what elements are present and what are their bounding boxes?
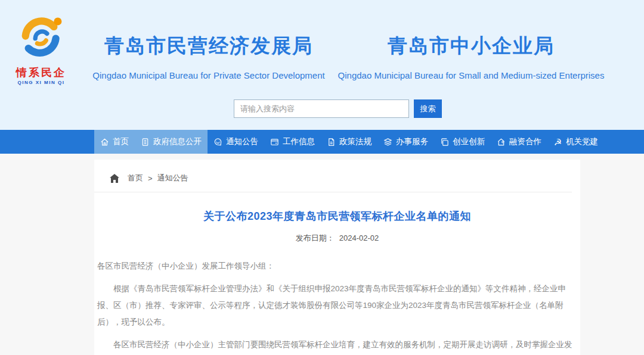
nav-item-label: 机关党建 — [566, 136, 598, 147]
nav-item-gov-info[interactable]: 政府信息公开 — [135, 130, 208, 154]
breadcrumb-current: 通知公告 — [157, 173, 188, 183]
nav-item-label: 政策法规 — [339, 136, 371, 147]
search-button[interactable]: 搜索 — [414, 99, 442, 118]
document-icon — [327, 138, 336, 147]
nav-item-label: 首页 — [113, 136, 129, 147]
breadcrumb-divider — [94, 192, 572, 192]
article-paragraph: 根据《青岛市民营领军标杆企业管理办法》和《关于组织申报2023年度青岛市民营领军… — [97, 281, 577, 331]
right-bureau-heading: 青岛市中小企业局 Qingdao Municipal Bureau for Sm… — [325, 33, 617, 80]
nav-item-innovation[interactable]: 创业创新 — [434, 130, 491, 154]
document-list-icon — [141, 138, 150, 147]
nav-item-label: 融资合作 — [509, 136, 541, 147]
main-nav: 首页 政府信息公开 通知公告 工作信息 — [0, 130, 644, 154]
breadcrumb-home-link[interactable]: 首页 — [128, 173, 143, 183]
site-header: 情系民企 QING XI MIN QI 青岛市民营经济发展局 Qingdao M… — [0, 0, 644, 130]
nav-item-party-building[interactable]: ☭ 机关党建 — [547, 130, 604, 154]
layers-icon — [383, 138, 392, 147]
breadcrumb-separator: > — [148, 174, 153, 183]
search-input[interactable] — [234, 99, 409, 118]
article-date-value: 2024-02-02 — [339, 233, 379, 242]
party-emblem-icon: ☭ — [553, 138, 562, 147]
site-logo[interactable]: 情系民企 QING XI MIN QI — [8, 13, 74, 85]
nav-item-finance[interactable]: 融资合作 — [491, 130, 547, 154]
page: 情系民企 QING XI MIN QI 青岛市民营经济发展局 Qingdao M… — [0, 0, 644, 355]
article-title: 关于公布2023年度青岛市民营领军标杆企业名单的通知 — [94, 209, 580, 223]
nav-item-label: 通知公告 — [226, 136, 258, 147]
logo-text-cn: 情系民企 — [8, 66, 74, 80]
right-bureau-subtitle: Qingdao Municipal Bureau for Small and M… — [325, 70, 617, 80]
nav-item-work-info[interactable]: 工作信息 — [264, 130, 321, 154]
nav-item-notices[interactable]: 通知公告 — [208, 130, 264, 154]
nav-item-label: 政府信息公开 — [153, 136, 202, 147]
breadcrumb: 首页 > 通知公告 — [94, 160, 580, 183]
home-icon[interactable] — [110, 174, 119, 183]
content-card: 首页 > 通知公告 关于公布2023年度青岛市民营领军标杆企业名单的通知 发布日… — [94, 160, 580, 355]
left-bureau-subtitle: Qingdao Municipal Bureau for Private Sec… — [86, 70, 331, 80]
bank-icon — [497, 138, 506, 147]
article-body: 各区市民营经济（中小企业）发展工作领导小组： 根据《青岛市民营领军标杆企业管理办… — [94, 244, 580, 355]
home-icon — [100, 138, 109, 147]
logo-text-en: QING XI MIN QI — [8, 80, 74, 85]
article-paragraph: 各区市民营经济（中小企业）发展工作领导小组： — [97, 258, 577, 275]
main-nav-items: 首页 政府信息公开 通知公告 工作信息 — [94, 130, 580, 154]
nav-item-label: 办事服务 — [396, 136, 428, 147]
left-bureau-heading: 青岛市民营经济发展局 Qingdao Municipal Bureau for … — [86, 33, 331, 80]
article-date-line: 发布日期：2024-02-02 — [94, 233, 580, 244]
article-date-label: 发布日期： — [296, 233, 335, 242]
article-paragraph: 各区市民营经济（中小企业）主管部门要围绕民营领军标杆企业培育，建立有效的服务机制… — [97, 337, 577, 355]
nav-item-home[interactable]: 首页 — [94, 130, 135, 154]
chat-bubble-icon — [213, 138, 222, 147]
qingxi-minqi-logo-icon — [17, 54, 66, 64]
copy-icon — [440, 138, 449, 147]
nav-item-policy[interactable]: 政策法规 — [321, 130, 377, 154]
left-bureau-title: 青岛市民营经济发展局 — [86, 33, 331, 60]
nav-item-label: 工作信息 — [283, 136, 315, 147]
search-bar: 搜索 — [234, 99, 442, 118]
nav-item-label: 创业创新 — [453, 136, 485, 147]
nav-item-services[interactable]: 办事服务 — [377, 130, 434, 154]
right-bureau-title: 青岛市中小企业局 — [325, 33, 617, 60]
window-icon — [270, 138, 279, 147]
